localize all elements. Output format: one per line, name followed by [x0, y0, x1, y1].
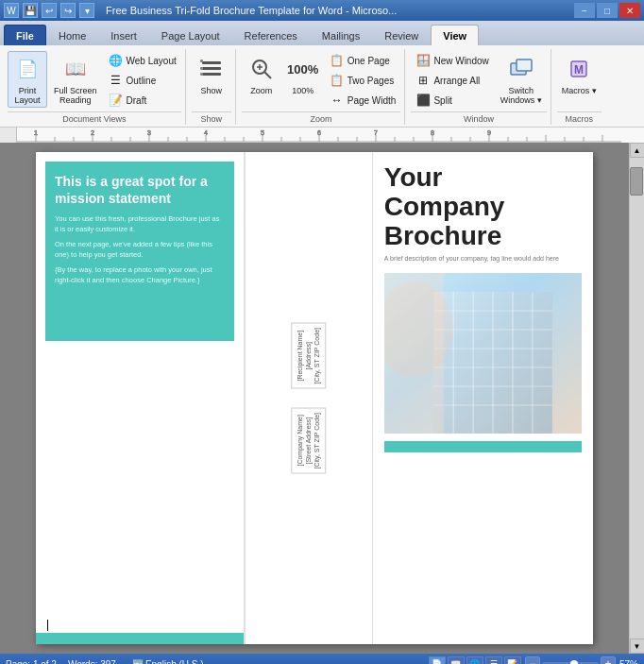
web-layout-button[interactable]: 🌐 Web Layout [104, 51, 181, 70]
language-button[interactable]: 🔤 English (U.S.) [127, 657, 209, 665]
web-layout-view-button[interactable]: 🌐 [466, 656, 483, 664]
window-controls: − □ ✕ [574, 3, 640, 18]
svg-text:6: 6 [317, 129, 321, 136]
word-icon[interactable]: W [4, 3, 19, 18]
view-options-col: 🌐 Web Layout ☰ Outline 📝 Draft [104, 51, 181, 110]
mission-heading: This is a great spot for a mission state… [55, 173, 225, 207]
macros-icon: M [564, 54, 594, 84]
svg-rect-11 [517, 60, 532, 71]
switch-windows-icon [506, 54, 536, 84]
svg-rect-0 [202, 61, 221, 64]
full-reading-view-button[interactable]: 📖 [448, 656, 465, 664]
tab-view[interactable]: View [431, 25, 479, 45]
page-width-icon: ↔ [330, 93, 345, 108]
mission-para-3: {By the way, to replace a photo with you… [55, 265, 225, 285]
print-layout-view-button[interactable]: 📄 [429, 656, 446, 664]
title-text: Free Business Tri-Fold Brochure Template… [106, 5, 397, 16]
tab-page-layout[interactable]: Page Layout [149, 25, 232, 45]
page-width-button[interactable]: ↔ Page Width [325, 91, 401, 110]
svg-text:7: 7 [374, 129, 378, 136]
split-button[interactable]: ⬛ Split [411, 91, 493, 110]
full-screen-icon: 📖 [60, 54, 91, 84]
company-title: YourCompanyBrochure [384, 163, 582, 250]
company-address: [Company Name][Street Address][City, ST … [291, 408, 326, 474]
ribbon-content: 📄 PrintLayout 📖 Full ScreenReading 🌐 Web… [0, 45, 644, 128]
scroll-thumb[interactable] [630, 167, 643, 196]
status-right: 📄 📖 🌐 ☰ 📝 − + 57% [429, 656, 638, 664]
tab-review[interactable]: Review [372, 25, 431, 45]
show-button[interactable]: Show [192, 51, 231, 98]
svg-text:5: 5 [261, 129, 264, 136]
two-pages-button[interactable]: 📋 Two Pages [325, 71, 401, 90]
print-layout-button[interactable]: 📄 PrintLayout [8, 51, 47, 108]
save-icon[interactable]: 💾 [23, 3, 38, 18]
scroll-up-button[interactable]: ▲ [630, 143, 645, 158]
zoom-in-button[interactable]: + [601, 656, 616, 664]
zoom-label: Zoom [242, 111, 401, 125]
spell-check-icon: 🔤 [132, 659, 144, 665]
language-label: English (U.S.) [145, 659, 204, 665]
show-items: Show [192, 49, 231, 110]
draft-view-button[interactable]: 📝 [504, 656, 521, 664]
view-mode-icons: 📄 📖 🌐 ☰ 📝 [429, 656, 521, 664]
title-bar: W 💾 ↩ ↪ ▾ Free Business Tri-Fold Brochur… [0, 0, 644, 21]
word-count: Words: 397 [68, 659, 116, 665]
vertical-scrollbar[interactable]: ▲ ▼ [629, 143, 644, 654]
svg-rect-5 [200, 73, 203, 76]
draft-icon: 📝 [109, 93, 124, 108]
zoom-slider-thumb [570, 660, 578, 664]
macros-items: M Macros ▾ [557, 49, 602, 110]
document-views-group: 📄 PrintLayout 📖 Full ScreenReading 🌐 Web… [4, 49, 186, 125]
maximize-button[interactable]: □ [597, 3, 618, 18]
tab-mailings[interactable]: Mailings [310, 25, 372, 45]
zoom-button[interactable]: Zoom [242, 51, 281, 98]
window-items: 🪟 New Window ⊞ Arrange All ⬛ Split [411, 49, 546, 110]
new-window-icon: 🪟 [415, 53, 431, 68]
outline-button[interactable]: ☰ Outline [104, 71, 181, 90]
window-label: Window [411, 111, 546, 125]
split-icon: ⬛ [415, 93, 431, 108]
cursor [47, 620, 48, 631]
macros-button[interactable]: M Macros ▾ [557, 51, 602, 98]
zoom-group: Zoom 100% 100% 📋 One Page 📋 Two Pages ↔ … [238, 49, 406, 125]
arrange-all-button[interactable]: ⊞ Arrange All [411, 71, 493, 90]
scroll-track[interactable] [630, 158, 644, 638]
tab-references[interactable]: References [232, 25, 310, 45]
one-page-button[interactable]: 📋 One Page [325, 51, 401, 70]
undo-icon[interactable]: ↩ [42, 3, 57, 18]
building-image [384, 273, 582, 434]
vertical-texts: [Recipient Name][Address][City, ST ZIP C… [291, 314, 326, 483]
right-panel-teal-bar [384, 441, 582, 452]
tab-insert[interactable]: Insert [98, 25, 149, 45]
new-window-button[interactable]: 🪟 New Window [411, 51, 493, 70]
close-button[interactable]: ✕ [619, 3, 640, 18]
tab-file[interactable]: File [4, 25, 46, 45]
zoom-out-button[interactable]: − [525, 656, 540, 664]
ruler-corner [0, 128, 17, 143]
macros-label: Macros [557, 111, 602, 125]
ruler: 1 2 3 4 5 6 7 8 [0, 128, 644, 143]
word-page: This is a great spot for a mission state… [36, 152, 593, 644]
minimize-button[interactable]: − [574, 3, 595, 18]
brochure-panel-right: YourCompanyBrochure A brief description … [373, 152, 593, 644]
svg-text:9: 9 [487, 129, 491, 136]
scroll-down-button[interactable]: ▼ [630, 638, 645, 654]
draft-button[interactable]: 📝 Draft [104, 91, 181, 110]
page-indicator: Page: 1 of 2 [6, 659, 57, 665]
two-pages-icon: 📋 [330, 73, 345, 88]
svg-text:3: 3 [147, 129, 151, 136]
customize-icon[interactable]: ▾ [79, 3, 94, 18]
svg-rect-4 [200, 67, 203, 70]
outline-view-button[interactable]: ☰ [485, 656, 502, 664]
redo-icon[interactable]: ↪ [60, 3, 76, 18]
svg-text:4: 4 [204, 129, 208, 136]
left-panel-bottom-bar [36, 633, 244, 644]
zoom-100-button[interactable]: 100% 100% [283, 51, 323, 98]
tab-home[interactable]: Home [46, 25, 98, 45]
brochure-panel-left: This is a great spot for a mission state… [36, 152, 245, 644]
switch-windows-button[interactable]: SwitchWindows ▾ [496, 51, 547, 108]
zoom-items: Zoom 100% 100% 📋 One Page 📋 Two Pages ↔ … [242, 49, 401, 110]
full-screen-reading-button[interactable]: 📖 Full ScreenReading [49, 51, 102, 108]
show-icon [196, 54, 227, 84]
svg-line-7 [264, 72, 271, 78]
